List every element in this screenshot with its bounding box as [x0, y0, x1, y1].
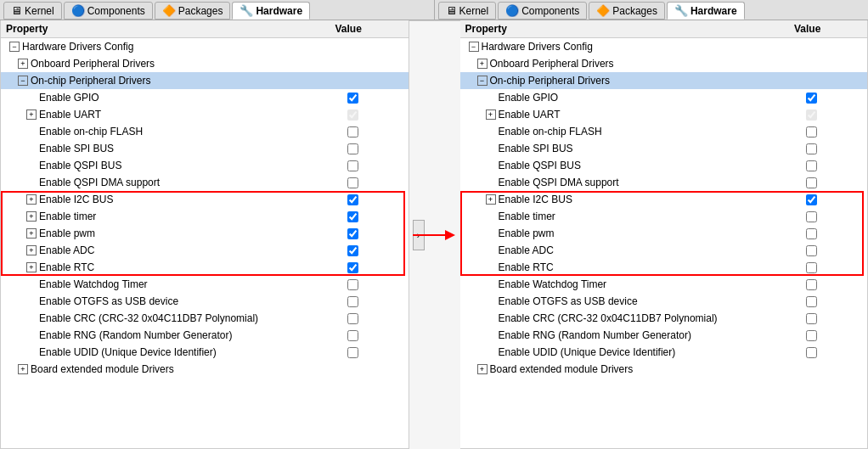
list-item: Enable OTGFS as USB device: [1, 293, 409, 310]
hardware-icon-right: 🔧: [674, 4, 688, 17]
list-item: + Enable UART: [460, 106, 868, 123]
list-item: − Hardware Drivers Config: [1, 38, 409, 55]
list-item: Enable ADC: [460, 242, 868, 259]
tab-components-right[interactable]: 🔵 Components: [498, 2, 587, 20]
list-item: Enable GPIO: [1, 89, 409, 106]
panel-divider: ›: [409, 20, 460, 449]
list-item: Enable on-chip FLASH: [460, 123, 868, 140]
kernel-icon-right: 🖥: [446, 4, 457, 17]
list-item: Enable SPI BUS: [1, 140, 409, 157]
list-item: − Hardware Drivers Config: [460, 38, 868, 55]
left-panel-body: − Hardware Drivers Config + Onboard Peri…: [1, 38, 409, 448]
list-item: Enable Watchdog Timer: [1, 276, 409, 293]
list-item: Enable RNG (Random Number Generator): [1, 327, 409, 344]
kernel-tab-label-right: Kernel: [459, 5, 489, 17]
list-item: Enable on-chip FLASH: [1, 123, 409, 140]
left-panel-header: Property Value: [1, 20, 409, 38]
list-item: + Board extended module Drivers: [1, 361, 409, 378]
list-item: + Enable I2C BUS: [460, 191, 868, 208]
list-item: Enable QSPI DMA support: [1, 174, 409, 191]
list-item: Enable GPIO: [460, 89, 868, 106]
list-item: Enable QSPI DMA support: [460, 174, 868, 191]
list-item: + Enable timer: [1, 208, 409, 225]
left-panel: Property Value − Hardware Drivers Config…: [0, 20, 409, 449]
list-item: Enable SPI BUS: [460, 140, 868, 157]
diff-arrow: [411, 227, 458, 244]
list-item: Enable CRC (CRC-32 0x04C11DB7 Polynomial…: [1, 310, 409, 327]
list-item: Enable RNG (Random Number Generator): [460, 327, 868, 344]
list-item: + Onboard Peripheral Drivers: [1, 55, 409, 72]
packages-icon-left: 🔶: [162, 4, 176, 17]
kernel-tab-label-left: Kernel: [25, 5, 54, 17]
packages-tab-label-right: Packages: [612, 5, 657, 17]
hardware-icon-left: 🔧: [240, 4, 253, 17]
list-item: Enable QSPI BUS: [460, 157, 868, 174]
list-item: + Onboard Peripheral Drivers: [460, 55, 868, 72]
packages-icon-right: 🔶: [596, 4, 610, 17]
list-item: Enable QSPI BUS: [1, 157, 409, 174]
tab-packages-left[interactable]: 🔶 Packages: [155, 2, 231, 20]
tab-hardware-right[interactable]: 🔧 Hardware: [667, 2, 745, 20]
tab-kernel-left[interactable]: 🖥 Kernel: [3, 2, 62, 20]
list-item: + Enable pwm: [1, 225, 409, 242]
list-item: + Enable I2C BUS: [1, 191, 409, 208]
list-item: + Enable ADC: [1, 242, 409, 259]
packages-tab-label-left: Packages: [178, 5, 223, 17]
right-value-header: Value: [794, 23, 862, 35]
list-item: Enable Watchdog Timer: [460, 276, 868, 293]
list-item: − On-chip Peripheral Drivers: [460, 72, 868, 89]
tab-kernel-right[interactable]: 🖥 Kernel: [438, 2, 497, 20]
left-property-header: Property: [6, 23, 335, 35]
tab-hardware-left[interactable]: 🔧 Hardware: [232, 2, 310, 20]
tab-components-left[interactable]: 🔵 Components: [64, 2, 153, 20]
list-item: + Board extended module Drivers: [460, 361, 868, 378]
right-panel-body: − Hardware Drivers Config + Onboard Peri…: [460, 38, 868, 448]
components-icon-right: 🔵: [505, 4, 519, 17]
components-icon-left: 🔵: [71, 4, 85, 17]
list-item: Enable OTGFS as USB device: [460, 293, 868, 310]
list-item: Enable UDID (Unique Device Identifier): [1, 344, 409, 361]
list-item: Enable timer: [460, 208, 868, 225]
hardware-tab-label-right: Hardware: [690, 5, 737, 17]
kernel-icon-left: 🖥: [11, 4, 22, 17]
list-item: Enable CRC (CRC-32 0x04C11DB7 Polynomial…: [460, 310, 868, 327]
components-tab-label-right: Components: [521, 5, 579, 17]
list-item: Enable UDID (Unique Device Identifier): [460, 344, 868, 361]
tab-packages-right[interactable]: 🔶 Packages: [589, 2, 665, 20]
hardware-tab-label-left: Hardware: [256, 5, 302, 17]
list-item: + Enable RTC: [1, 259, 409, 276]
list-item: + Enable UART: [1, 106, 409, 123]
list-item: − On-chip Peripheral Drivers: [1, 72, 409, 89]
list-item: Enable RTC: [460, 259, 868, 276]
right-panel-header: Property Value: [460, 20, 868, 38]
right-panel: Property Value − Hardware Drivers Config…: [460, 20, 869, 449]
list-item: Enable pwm: [460, 225, 868, 242]
left-value-header: Value: [335, 23, 403, 35]
components-tab-label-left: Components: [87, 5, 145, 17]
right-property-header: Property: [465, 23, 795, 35]
